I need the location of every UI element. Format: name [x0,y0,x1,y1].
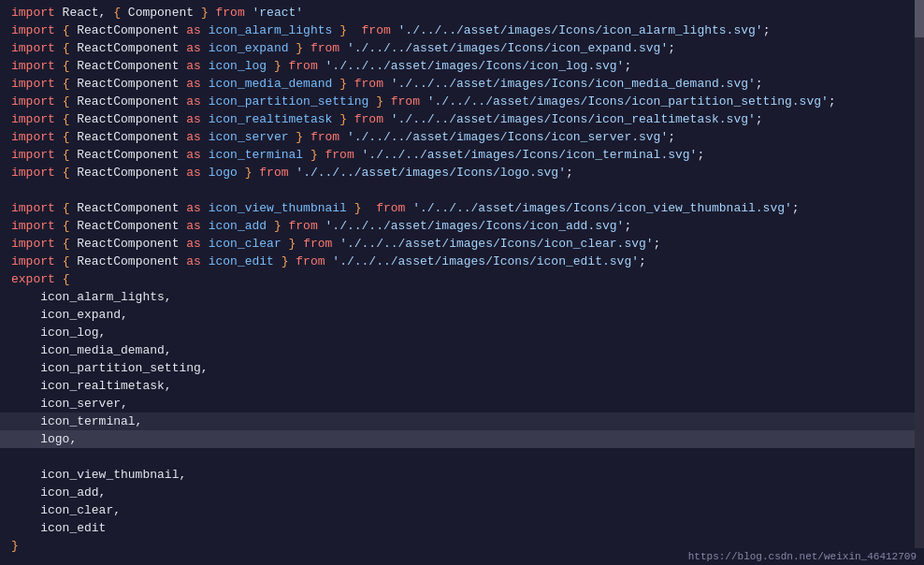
code-token-kw-as: as [186,254,201,268]
code-token-identifier [55,41,63,55]
code-token-brace: } [289,237,296,251]
code-token-kw-from: from [383,94,427,109]
code-line [0,181,924,199]
code-token-kw-import: import [11,94,55,109]
code-token-identifier [55,94,63,109]
code-token-string: './../../asset/images/Icons/icon_log.svg… [325,59,625,73]
code-token-identifier [55,148,63,162]
code-line: import { ReactComponent as icon_partitio… [0,93,924,110]
code-token-identifier: icon_server, [11,397,128,411]
code-token-brace: } [354,201,362,215]
code-token-brace: { [63,130,70,144]
code-token-identifier: icon_media_demand, [11,343,172,357]
code-token-identifier: ; [792,201,800,215]
code-token-string: './../../asset/images/Icons/icon_realtim… [391,112,756,126]
code-token-identifier: icon_terminal, [11,414,142,428]
code-token-kw-as: as [186,237,201,251]
code-token-kw-as: as [186,130,201,144]
code-token-brace: { [63,219,70,233]
code-token-identifier: ; [566,166,573,180]
code-token-kw-as: as [186,148,201,162]
code-token-brace: } [282,254,289,268]
scrollbar-thumb[interactable] [915,0,924,37]
code-token-identifier [238,166,245,180]
code-line: import { ReactComponent as logo } from '… [0,164,924,181]
code-token-kw-import: import [11,41,55,55]
code-token-identifier: ReactComponent [69,201,186,215]
code-token-kw-from: from [347,112,391,126]
code-token-identifier: icon_expand, [11,308,128,322]
code-token-identifier: ReactComponent [69,77,186,91]
code-token-identifier: ReactComponent [69,94,186,109]
code-line: icon_add, [0,484,924,501]
code-line: import React, { Component } from 'react' [0,4,924,22]
code-token-kw-from: from [347,23,398,37]
code-token-component-name: icon_add [201,219,267,233]
scrollbar[interactable] [915,0,924,565]
code-token-brace: { [63,94,70,109]
code-token-kw-from: from [289,254,333,268]
code-token-identifier [55,77,63,91]
code-token-component-name: icon_partition_setting [201,94,368,109]
code-line: import { ReactComponent as icon_alarm_li… [0,22,924,39]
code-token-string: './../../asset/images/Icons/icon_termina… [362,148,698,162]
code-token-string: './../../asset/images/Icons/icon_view_th… [412,201,792,215]
code-line: icon_expand, [0,306,924,324]
code-token-kw-from: from [362,201,413,215]
code-token-identifier: ; [697,148,704,162]
code-token-string: './../../asset/images/Icons/icon_server.… [347,130,668,144]
code-token-identifier [282,237,289,251]
code-token-kw-import: import [11,6,55,20]
code-token-identifier [332,112,339,126]
code-line: import { ReactComponent as icon_expand }… [0,39,924,57]
code-token-brace: } [339,77,347,91]
code-token-kw-from: from [318,148,362,162]
code-line: import { ReactComponent as icon_log } fr… [0,57,924,75]
code-token-identifier [55,166,63,180]
code-token-identifier: ReactComponent [69,219,186,233]
code-token-identifier: ReactComponent [69,130,186,144]
code-token-brace: } [274,219,282,233]
code-token-identifier: ReactComponent [69,23,186,37]
code-token-identifier: logo, [11,432,77,446]
code-line: import { ReactComponent as icon_media_de… [0,75,924,93]
code-token-brace: } [296,41,303,55]
code-token-identifier [274,254,282,268]
code-token-kw-import: import [11,130,55,144]
code-token-kw-import: import [11,77,55,91]
code-line: import { ReactComponent as icon_realtime… [0,110,924,128]
code-token-identifier [368,94,376,109]
code-token-identifier [332,77,339,91]
code-line: icon_media_demand, [0,341,924,359]
code-token-kw-as: as [186,41,201,55]
code-line: icon_alarm_lights, [0,288,924,306]
code-token-string: './../../asset/images/Icons/icon_expand.… [347,41,668,55]
code-token-kw-import: import [11,59,55,73]
code-token-component-name: icon_server [201,130,289,144]
code-token-component-name: icon_log [201,59,267,73]
code-token-brace: { [63,148,70,162]
code-token-brace: { [63,77,70,91]
code-token-string: './../../asset/images/Icons/logo.svg' [296,166,566,180]
code-token-brace: } [296,130,303,144]
code-token-identifier [347,201,354,215]
code-token-brace: } [201,6,209,20]
code-token-kw-as: as [186,166,201,180]
code-token-kw-import: import [11,148,55,162]
code-token-component-name: icon_view_thumbnail [201,201,347,215]
code-token-identifier [55,23,63,37]
code-token-kw-import: import [11,219,55,233]
code-token-component-name: icon_alarm_lights [201,23,332,37]
code-token-identifier [267,59,274,73]
code-token-identifier: icon_edit [11,521,106,535]
code-token-identifier: ; [756,77,763,91]
code-token-string: './../../asset/images/Icons/icon_partiti… [427,94,829,109]
code-token-identifier: ; [668,41,675,55]
code-token-identifier: icon_partition_setting, [11,361,209,375]
code-token-component-name: icon_terminal [201,148,303,162]
code-token-identifier: ; [829,94,836,109]
code-line: import { ReactComponent as icon_edit } f… [0,253,924,270]
code-token-string: './../../asset/images/Icons/icon_media_d… [391,77,756,91]
code-token-brace: { [63,41,70,55]
code-token-identifier [267,219,274,233]
